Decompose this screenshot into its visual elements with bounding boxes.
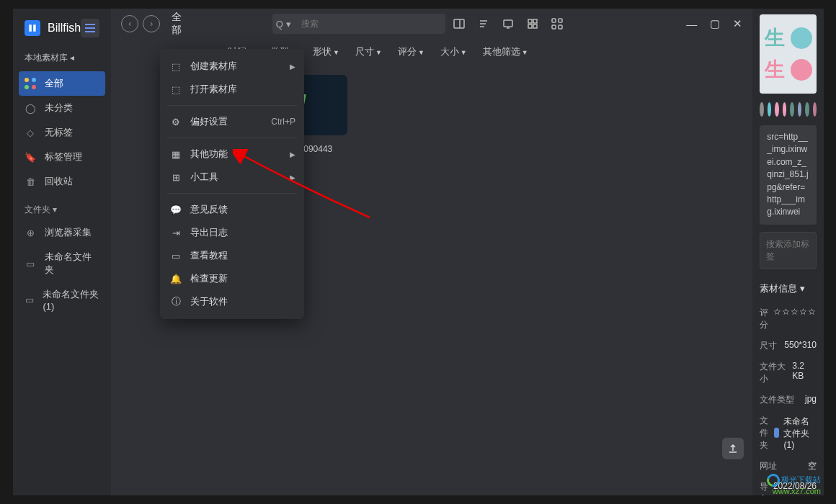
color-swatch[interactable] xyxy=(775,102,778,117)
svg-rect-2 xyxy=(504,20,512,27)
grid-icon: ▦ xyxy=(170,149,182,160)
breadcrumb: 全部 xyxy=(172,11,182,37)
svg-rect-11 xyxy=(559,25,562,29)
info-rating: 评分☆☆☆☆☆ xyxy=(760,302,817,336)
menu-preferences[interactable]: ⚙偏好设置Ctrl+P xyxy=(160,110,304,133)
export-icon: ⇥ xyxy=(170,228,182,238)
svg-rect-5 xyxy=(533,19,537,23)
filter-size[interactable]: 尺寸▼ xyxy=(355,45,382,58)
cube-icon: ⬚ xyxy=(170,84,182,95)
inspector-panel: 生 生 src=http___img.ixinwei.com_z_qinzi_8… xyxy=(752,9,824,495)
nav-forward-button[interactable]: › xyxy=(143,15,160,32)
svg-rect-9 xyxy=(559,19,562,22)
window-maximize-button[interactable]: ▢ xyxy=(710,17,720,30)
color-swatch[interactable] xyxy=(813,102,817,117)
search-scope-button[interactable]: Q ▾ xyxy=(272,14,294,34)
menu-create-library[interactable]: ⬚创建素材库▶ xyxy=(160,55,304,78)
menu-check-update[interactable]: 🔔检查更新 xyxy=(160,267,304,290)
display-icon[interactable] xyxy=(502,17,515,30)
menu-separator xyxy=(167,105,297,106)
info-dimensions: 尺寸550*310 xyxy=(760,336,817,356)
trash-icon: 🗑 xyxy=(25,176,36,187)
filename-text[interactable]: src=http___img.ixinwei.com_z_qinzi_851.j… xyxy=(760,125,817,225)
menu-tools[interactable]: ⊞小工具▶ xyxy=(160,166,304,189)
plus-square-icon: ⊞ xyxy=(170,172,182,183)
cube-icon: ⬚ xyxy=(170,61,182,72)
sidebar-item-label: 未分类 xyxy=(45,102,73,114)
sidebar-folder-unnamed[interactable]: ▭ 未命名文件夹 xyxy=(13,245,111,282)
sidebar-item-label: 回收站 xyxy=(45,175,73,188)
svg-rect-0 xyxy=(454,19,464,28)
nav-back-button[interactable]: ‹ xyxy=(121,15,138,32)
all-icon xyxy=(25,78,36,89)
menu-other-features[interactable]: ▦其他功能▶ xyxy=(160,143,304,166)
info-filetype: 文件类型jpg xyxy=(760,390,817,410)
sidebar-folder-browser[interactable]: ⊕ 浏览器采集 xyxy=(13,220,111,245)
menu-tutorial[interactable]: ▭查看教程 xyxy=(160,244,304,267)
menu-open-library[interactable]: ⬚打开素材库 xyxy=(160,78,304,101)
menu-about[interactable]: ⓘ关于软件 xyxy=(160,290,304,313)
export-float-button[interactable] xyxy=(722,438,744,459)
folders-section-label[interactable]: 文件夹 ▾ xyxy=(13,194,111,220)
top-toolbar: ‹ › 全部 Q ▾ — ▢ ✕ xyxy=(111,9,752,39)
svg-rect-7 xyxy=(533,24,537,28)
menu-separator xyxy=(167,193,297,194)
hamburger-menu-button[interactable] xyxy=(81,19,99,37)
book-icon: ▭ xyxy=(170,251,182,261)
color-swatch[interactable] xyxy=(768,102,771,117)
folder-chip-icon xyxy=(774,428,779,438)
filter-other[interactable]: 其他筛选▼ xyxy=(483,45,528,58)
app-name: Billfish xyxy=(48,22,81,35)
window-close-button[interactable]: ✕ xyxy=(733,17,742,30)
folder-icon: ▭ xyxy=(25,258,36,269)
window-minimize-button[interactable]: — xyxy=(686,18,697,30)
sort-icon[interactable] xyxy=(477,17,490,30)
color-swatches xyxy=(760,102,817,117)
color-swatch[interactable] xyxy=(760,102,763,117)
sidebar-item-tags[interactable]: 🔖 标签管理 xyxy=(13,145,111,169)
folder-icon: ▭ xyxy=(25,294,34,306)
info-header[interactable]: 素材信息 ▾ xyxy=(760,282,817,295)
gear-icon: ⚙ xyxy=(170,117,182,127)
menu-export-log[interactable]: ⇥导出日志 xyxy=(160,221,304,244)
chevron-right-icon: ▶ xyxy=(290,174,295,181)
hamburger-dropdown-menu: ⬚创建素材库▶ ⬚打开素材库 ⚙偏好设置Ctrl+P ▦其他功能▶ ⊞小工具▶ … xyxy=(160,49,304,319)
bell-icon: 🔔 xyxy=(170,274,182,284)
info-filesize: 文件大小3.2 KB xyxy=(760,356,817,390)
app-logo xyxy=(25,20,40,36)
preview-icon-2 xyxy=(791,59,812,81)
grid-view-icon[interactable] xyxy=(526,17,539,30)
globe-icon: ⊕ xyxy=(25,227,36,238)
color-swatch[interactable] xyxy=(805,102,809,117)
filter-rating[interactable]: 评分▼ xyxy=(398,45,424,58)
svg-rect-6 xyxy=(528,24,532,28)
tag-input[interactable]: 搜索添加标签 xyxy=(760,232,817,269)
sidebar-item-trash[interactable]: 🗑 回收站 xyxy=(13,169,111,194)
filter-shape[interactable]: 形状▼ xyxy=(313,45,339,58)
sidebar: Billfish 本地素材库 ◂ 全部 ◯ 未分类 ◇ 无标签 🔖 标签管理 🗑… xyxy=(13,9,111,495)
brand-row: Billfish xyxy=(13,14,111,45)
sidebar-item-label: 全部 xyxy=(45,77,63,90)
color-swatch[interactable] xyxy=(790,102,793,117)
sidebar-item-untagged[interactable]: ◇ 无标签 xyxy=(13,120,111,145)
library-selector[interactable]: 本地素材库 ◂ xyxy=(13,45,111,71)
info-icon: ⓘ xyxy=(170,295,182,308)
sidebar-item-all[interactable]: 全部 xyxy=(19,71,105,96)
rating-stars[interactable]: ☆☆☆☆☆ xyxy=(773,307,817,331)
menu-feedback[interactable]: 💬意见反馈 xyxy=(160,198,304,221)
apps-icon[interactable] xyxy=(551,17,564,30)
info-folder: 文件夹未命名文件夹(1) xyxy=(760,410,817,456)
panel-toggle-icon[interactable] xyxy=(453,17,466,30)
filter-filesize[interactable]: 大小▼ xyxy=(440,45,467,58)
color-swatch[interactable] xyxy=(783,102,786,117)
preview-icon-1 xyxy=(791,27,812,49)
uncategorized-icon: ◯ xyxy=(25,102,36,114)
svg-rect-10 xyxy=(552,25,556,29)
sidebar-folder-label: 浏览器采集 xyxy=(45,226,92,239)
sidebar-item-label: 无标签 xyxy=(45,126,73,139)
sidebar-item-uncategorized[interactable]: ◯ 未分类 xyxy=(13,96,111,120)
color-swatch[interactable] xyxy=(798,102,801,117)
sidebar-folder-unnamed-1[interactable]: ▭ 未命名文件夹(1) xyxy=(13,282,111,318)
search-input[interactable] xyxy=(294,14,445,34)
preview-image: 生 生 xyxy=(760,14,817,94)
